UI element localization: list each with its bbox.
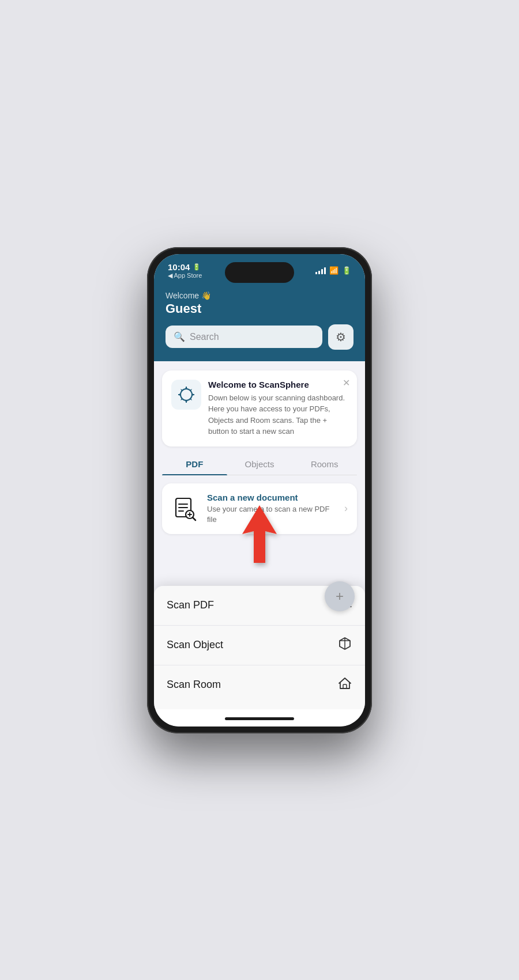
- scan-room-icon: [337, 676, 352, 694]
- scan-room-menu-item[interactable]: Scan Room: [154, 665, 365, 705]
- home-bar: [225, 717, 294, 720]
- fab-button[interactable]: +: [325, 581, 355, 611]
- header: Welcome 👋 Guest 🔍 Search ⚙: [154, 284, 365, 361]
- svg-line-11: [193, 517, 195, 520]
- battery-icon: 🔋: [342, 266, 351, 275]
- settings-button[interactable]: ⚙: [328, 324, 353, 350]
- wifi-icon: 📶: [329, 266, 339, 275]
- scan-room-label: Scan Room: [167, 679, 221, 691]
- tab-pdf[interactable]: PDF: [162, 453, 227, 475]
- dynamic-island: [225, 262, 294, 283]
- user-name: Guest: [166, 301, 353, 316]
- app-store-label[interactable]: ◀ App Store: [168, 272, 202, 279]
- scan-pdf-label: Scan PDF: [167, 599, 214, 611]
- tab-objects[interactable]: Objects: [227, 453, 292, 475]
- phone-frame: 10:04 🔋 ◀ App Store 📶 🔋 Welcome 👋 G: [147, 247, 372, 733]
- chevron-right-icon: ›: [344, 502, 348, 514]
- status-icons: 📶 🔋: [315, 266, 351, 275]
- svg-rect-24: [343, 684, 347, 688]
- scan-document-card[interactable]: Scan a new document Use your camera to s…: [162, 483, 357, 534]
- status-time: 10:04: [168, 262, 190, 272]
- signal-icon: [315, 267, 326, 274]
- search-icon: 🔍: [174, 331, 185, 342]
- scan-object-label: Scan Object: [167, 639, 223, 651]
- home-indicator: [154, 709, 365, 727]
- search-box[interactable]: 🔍 Search: [166, 326, 322, 348]
- battery-small-icon: 🔋: [193, 263, 201, 271]
- welcome-card-desc: Down below is your scanning dashboard. H…: [208, 392, 348, 437]
- scan-card-text: Scan a new document Use your camera to s…: [207, 493, 336, 525]
- tab-rooms[interactable]: Rooms: [292, 453, 357, 475]
- greeting-text: Welcome 👋: [166, 291, 353, 300]
- welcome-text-block: Welcome to ScanSphere Down below is your…: [208, 380, 348, 437]
- scan-object-menu-item[interactable]: Scan Object: [154, 626, 365, 665]
- search-placeholder: Search: [190, 332, 219, 342]
- welcome-card: Welcome to ScanSphere Down below is your…: [162, 370, 357, 447]
- welcome-card-title: Welcome to ScanSphere: [208, 380, 348, 389]
- scan-card-desc: Use your camera to scan a new PDF file: [207, 504, 336, 525]
- doc-scan-icon: [171, 495, 199, 523]
- svg-rect-0: [171, 380, 201, 410]
- main-content: Welcome to ScanSphere Down below is your…: [154, 361, 365, 709]
- gear-icon: ⚙: [336, 330, 346, 344]
- close-welcome-button[interactable]: ✕: [343, 377, 350, 388]
- fab-plus-icon: +: [336, 588, 344, 604]
- scan-object-icon: [337, 636, 352, 654]
- scansphere-icon: [171, 380, 201, 410]
- search-row: 🔍 Search ⚙: [166, 324, 353, 350]
- phone-screen: 10:04 🔋 ◀ App Store 📶 🔋 Welcome 👋 G: [154, 254, 365, 727]
- scan-card-title: Scan a new document: [207, 493, 336, 502]
- tabs-bar: PDF Objects Rooms: [162, 453, 357, 475]
